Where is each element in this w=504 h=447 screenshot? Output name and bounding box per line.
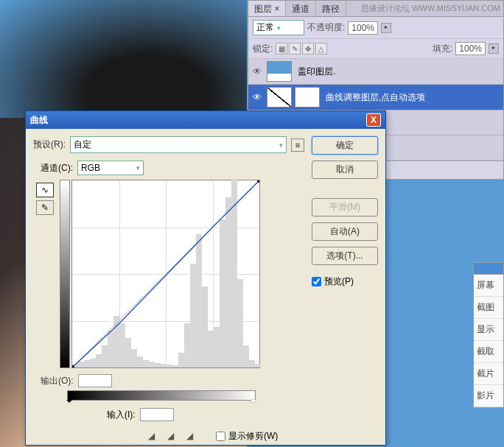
layer-item[interactable]: 👁 盖印图层.: [248, 59, 503, 85]
watermark-text: 思缘设计论坛 WWW.MISSYUAN.COM: [361, 3, 500, 14]
point-curve-tool[interactable]: ∿: [36, 183, 54, 197]
show-clip-checkbox-row: 显示修剪(W): [216, 430, 278, 443]
channel-value: RGB: [81, 163, 100, 173]
side-menu-item[interactable]: 截片: [474, 363, 503, 385]
side-menu-item[interactable]: 截图: [474, 297, 503, 319]
dialog-buttons: 确定 取消 平滑(M) 自动(A) 选项(T)... 预览(P): [312, 136, 378, 447]
options-button[interactable]: 选项(T)...: [312, 247, 378, 265]
tab-layers[interactable]: 图层 ×: [248, 1, 286, 16]
output-label: 输出(O):: [41, 375, 74, 387]
opacity-slider-icon[interactable]: ▸: [381, 23, 391, 33]
output-gradient: [60, 180, 70, 368]
dialog-left: 预设(R): 自定 ▾ ≡ 通道(C): RGB ▾ ∿ ✎: [33, 136, 304, 447]
preset-row: 预设(R): 自定 ▾ ≡: [33, 136, 304, 153]
preview-checkbox-row: 预览(P): [312, 275, 378, 288]
show-clip-checkbox[interactable]: [216, 432, 225, 441]
input-row: 输入(I):: [33, 408, 304, 421]
layer-item-selected[interactable]: 👁 曲线调整图层,点自动选项: [248, 85, 503, 110]
blend-mode-select[interactable]: 正常 ▾: [253, 20, 304, 35]
dialog-body: 预设(R): 自定 ▾ ≡ 通道(C): RGB ▾ ∿ ✎: [26, 129, 385, 447]
lock-paint-icon[interactable]: ✎: [289, 43, 301, 54]
side-menu-item[interactable]: 显示: [474, 319, 503, 341]
opacity-label: 不透明度:: [307, 21, 345, 34]
fill-value[interactable]: 100%: [455, 42, 486, 55]
preset-label: 预设(R):: [33, 138, 66, 151]
preset-select[interactable]: 自定 ▾: [70, 136, 287, 153]
preview-label: 预览(P): [324, 275, 354, 288]
preview-checkbox[interactable]: [312, 277, 321, 286]
chevron-down-icon: ▾: [136, 164, 140, 172]
smooth-button: 平滑(M): [312, 198, 378, 217]
input-gradient[interactable]: [67, 390, 256, 401]
side-menu-item[interactable]: 屏幕: [474, 275, 503, 297]
side-menu-header: [474, 263, 503, 275]
fill-label: 填充:: [433, 43, 452, 55]
lock-all-icon[interactable]: △: [315, 43, 327, 54]
lock-position-icon[interactable]: ✥: [302, 43, 314, 54]
blend-row: 正常 ▾ 不透明度: 100% ▸: [248, 17, 503, 39]
white-point-eyedropper-icon[interactable]: ◢: [182, 429, 197, 443]
chevron-down-icon: ▾: [277, 24, 281, 32]
output-input[interactable]: [78, 374, 112, 387]
blend-mode-value: 正常: [256, 21, 274, 34]
dialog-title: 曲线: [30, 114, 48, 127]
tab-paths[interactable]: 路径: [316, 1, 346, 16]
layer-name: 盖印图层.: [295, 66, 335, 78]
layer-name: 曲线调整图层,点自动选项: [323, 91, 425, 104]
curve-grid[interactable]: [71, 180, 260, 368]
chevron-down-icon: ▾: [279, 141, 283, 149]
channel-label: 通道(C):: [41, 162, 73, 175]
cancel-button[interactable]: 取消: [312, 161, 378, 179]
auto-button[interactable]: 自动(A): [312, 222, 378, 241]
visibility-icon[interactable]: 👁: [251, 91, 264, 104]
lock-icons: ▦ ✎ ✥ △: [276, 43, 327, 54]
preset-menu-icon[interactable]: ≡: [291, 138, 304, 152]
eyedropper-row: ◢ ◢ ◢ 显示修剪(W): [33, 429, 304, 443]
curve-container: [60, 180, 260, 368]
layer-thumbnail: [267, 61, 292, 82]
preset-value: 自定: [74, 138, 91, 151]
input-label: 输入(I):: [107, 409, 136, 421]
curve-line: [72, 180, 259, 367]
lock-row: 锁定: ▦ ✎ ✥ △ 填充: 100% ▸: [248, 39, 503, 59]
ok-button[interactable]: 确定: [312, 136, 378, 155]
channel-select[interactable]: RGB ▾: [77, 161, 144, 175]
lock-label: 锁定:: [253, 43, 273, 55]
dialog-titlebar[interactable]: 曲线 X: [26, 111, 385, 129]
input-input[interactable]: [140, 408, 174, 421]
show-clip-label: 显示修剪(W): [228, 430, 278, 443]
fill-slider-icon[interactable]: ▸: [489, 43, 499, 54]
curve-area: ∿ ✎: [33, 180, 304, 368]
side-menu-item[interactable]: 截取: [474, 341, 503, 363]
tab-channels[interactable]: 通道: [286, 1, 316, 16]
lock-transparency-icon[interactable]: ▦: [276, 43, 287, 54]
black-point-eyedropper-icon[interactable]: ◢: [144, 429, 158, 443]
curves-dialog: 曲线 X 预设(R): 自定 ▾ ≡ 通道(C): RGB ▾: [25, 110, 386, 446]
opacity-value[interactable]: 100%: [348, 21, 378, 35]
visibility-icon[interactable]: 👁: [251, 65, 264, 78]
channel-row: 通道(C): RGB ▾: [33, 161, 304, 175]
side-context-menu: 屏幕 截图 显示 截取 截片 影片: [473, 262, 504, 408]
close-icon[interactable]: X: [366, 113, 381, 127]
mask-thumbnail: [295, 87, 320, 108]
output-row: 输出(O):: [33, 374, 304, 387]
curves-thumbnail: [267, 87, 292, 108]
curve-tools: ∿ ✎: [33, 180, 57, 368]
pencil-curve-tool[interactable]: ✎: [36, 200, 54, 215]
gray-point-eyedropper-icon[interactable]: ◢: [163, 429, 178, 443]
side-menu-item[interactable]: 影片: [474, 385, 503, 407]
